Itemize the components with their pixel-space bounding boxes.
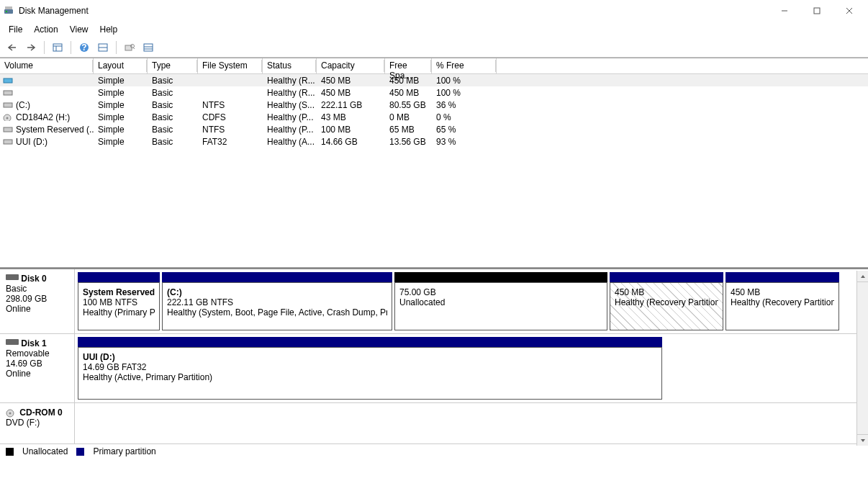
disk1-row: Disk 1 Removable 14.69 GB Online UUI (D:… xyxy=(0,334,868,403)
disk0-row: Disk 0 Basic 298.09 GB Online System Res… xyxy=(0,269,868,334)
minimize-button[interactable] xyxy=(768,1,800,21)
swatch-primary xyxy=(76,448,84,456)
svg-rect-4 xyxy=(814,8,820,14)
disk1-size: 14.69 GB xyxy=(6,359,42,369)
svg-rect-25 xyxy=(4,127,12,132)
disk-icon xyxy=(6,274,19,280)
disk0-label[interactable]: Disk 0 Basic 298.09 GB Online xyxy=(0,269,75,333)
disk1-partitions: UUI (D:)14.69 GB FAT32Healthy (Active, P… xyxy=(75,334,868,402)
forward-button[interactable] xyxy=(23,40,39,55)
col-type[interactable]: Type xyxy=(148,58,198,73)
scrollbar[interactable] xyxy=(856,271,868,446)
back-button[interactable] xyxy=(4,40,20,55)
partition[interactable]: System Reserved (100 MB NTFSHealthy (Pri… xyxy=(78,272,160,330)
table-row[interactable]: CD184A2 (H:)SimpleBasicCDFSHealthy (P...… xyxy=(0,111,868,123)
menu-bar: File Action View Help xyxy=(0,22,868,37)
disk0-type: Basic xyxy=(6,284,27,294)
settings-button[interactable] xyxy=(122,40,137,55)
svg-rect-1 xyxy=(5,6,12,9)
disk-icon xyxy=(6,339,19,345)
disk0-partitions: System Reserved (100 MB NTFSHealthy (Pri… xyxy=(75,269,868,333)
help-button[interactable]: ? xyxy=(76,40,92,55)
svg-rect-0 xyxy=(4,9,13,14)
disk0-size: 298.09 GB xyxy=(6,294,47,304)
disk1-name: Disk 1 xyxy=(21,338,46,348)
svg-rect-26 xyxy=(4,140,12,144)
disk1-type: Removable xyxy=(6,348,50,359)
table-row[interactable]: SimpleBasicHealthy (R...450 MB450 MB100 … xyxy=(0,86,868,99)
table-row[interactable]: SimpleBasicHealthy (R...450 MB450 MB100 … xyxy=(0,74,868,86)
svg-rect-7 xyxy=(53,44,62,51)
disk0-name: Disk 0 xyxy=(21,274,46,284)
scroll-down-icon[interactable] xyxy=(857,434,868,446)
disk1-label[interactable]: Disk 1 Removable 14.69 GB Online xyxy=(0,334,75,402)
menu-help[interactable]: Help xyxy=(94,23,124,36)
view-top-button[interactable] xyxy=(50,40,65,55)
table-row[interactable]: UUI (D:)SimpleBasicFAT32Healthy (A...14.… xyxy=(0,135,868,148)
close-button[interactable] xyxy=(833,1,865,21)
partition[interactable]: 450 MBHealthy (Recovery Partition) xyxy=(725,272,839,330)
partition[interactable]: UUI (D:)14.69 GB FAT32Healthy (Active, P… xyxy=(78,337,662,400)
col-free[interactable]: Free Spa... xyxy=(385,58,432,73)
cdrom0-name: CD-ROM 0 xyxy=(19,407,62,418)
toolbar: ? xyxy=(0,37,868,58)
cdrom0-label[interactable]: CD-ROM 0 DVD (F:) xyxy=(0,403,75,443)
table-row[interactable]: System Reserved (...SimpleBasicNTFSHealt… xyxy=(0,123,868,135)
svg-rect-20 xyxy=(4,78,12,83)
cdrom0-row: CD-ROM 0 DVD (F:) xyxy=(0,403,868,443)
title-bar: Disk Management xyxy=(0,0,868,22)
legend-unallocated-label: Unallocated xyxy=(22,446,68,456)
col-pctfree[interactable]: % Free xyxy=(432,58,497,73)
list-button[interactable] xyxy=(140,40,156,55)
menu-file[interactable]: File xyxy=(3,23,28,36)
swatch-unallocated xyxy=(6,448,14,456)
volume-table-body: SimpleBasicHealthy (R...450 MB450 MB100 … xyxy=(0,74,868,267)
col-layout[interactable]: Layout xyxy=(94,58,148,73)
col-status[interactable]: Status xyxy=(263,58,317,73)
scroll-up-icon[interactable] xyxy=(857,271,868,282)
legend-primary-label: Primary partition xyxy=(93,446,155,456)
table-row[interactable]: (C:)SimpleBasicNTFSHealthy (S...222.11 G… xyxy=(0,99,868,111)
disk1-status: Online xyxy=(6,369,31,379)
window-title: Disk Management xyxy=(19,6,768,16)
svg-point-24 xyxy=(6,117,9,119)
col-filesystem[interactable]: File System xyxy=(198,58,263,73)
svg-point-28 xyxy=(9,412,12,414)
volume-table-header: Volume Layout Type File System Status Ca… xyxy=(0,58,868,74)
svg-rect-21 xyxy=(4,91,12,95)
legend: Unallocated Primary partition xyxy=(0,443,868,459)
disk-graphical-pane: Disk 0 Basic 298.09 GB Online System Res… xyxy=(0,268,868,459)
svg-text:?: ? xyxy=(81,42,86,53)
menu-view[interactable]: View xyxy=(64,23,94,36)
menu-action[interactable]: Action xyxy=(28,23,63,36)
cdrom0-type: DVD (F:) xyxy=(6,418,40,428)
svg-rect-17 xyxy=(144,44,153,51)
partition[interactable]: (C:)222.11 GB NTFSHealthy (System, Boot,… xyxy=(162,272,392,330)
svg-point-2 xyxy=(6,11,7,12)
partition[interactable]: 450 MBHealthy (Recovery Partition) xyxy=(610,272,723,330)
disk0-status: Online xyxy=(6,304,31,314)
svg-rect-22 xyxy=(4,103,12,107)
app-icon xyxy=(3,5,14,17)
col-capacity[interactable]: Capacity xyxy=(317,58,385,73)
col-volume[interactable]: Volume xyxy=(0,58,94,73)
view-bottom-button[interactable] xyxy=(95,40,111,55)
partition[interactable]: 75.00 GBUnallocated xyxy=(394,272,607,330)
maximize-button[interactable] xyxy=(800,1,833,21)
cdrom0-partitions xyxy=(75,403,868,443)
svg-line-16 xyxy=(133,48,135,49)
volume-table: Volume Layout Type File System Status Ca… xyxy=(0,58,868,268)
